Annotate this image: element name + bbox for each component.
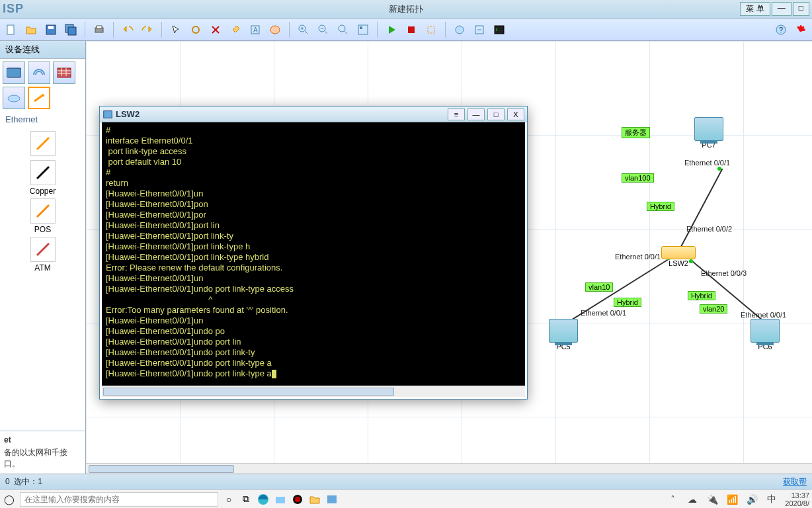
tray-clock[interactable]: 13:372020/8/ <box>785 491 809 507</box>
taskbar-search-input[interactable] <box>24 495 214 504</box>
terminal-body[interactable]: #interface Ethernet0/0/1 port link-type … <box>102 122 525 386</box>
desc-title: et <box>4 435 81 444</box>
zoom-in-icon[interactable] <box>296 22 311 37</box>
huawei-logo-icon[interactable] <box>793 22 808 37</box>
tray-volume-icon[interactable]: 🔊 <box>745 493 758 506</box>
open-icon[interactable] <box>24 22 38 37</box>
terminal-window[interactable]: LSW2 ≡ — □ X #interface Ethernet0/0/1 po… <box>99 106 528 400</box>
tag-vlan100[interactable]: vlan100 <box>622 173 654 183</box>
tray-ime-icon[interactable]: 中 <box>765 493 778 506</box>
svg-point-13 <box>339 25 345 32</box>
terminal-scrollbar[interactable] <box>102 386 525 397</box>
svg-rect-28 <box>58 68 71 77</box>
help-icon[interactable]: ? <box>774 22 788 37</box>
taskbar-search[interactable] <box>20 492 218 507</box>
svg-point-34 <box>295 497 300 502</box>
tag-vlan20[interactable]: vlan20 <box>700 304 727 314</box>
tray-wifi-icon[interactable]: 📶 <box>725 493 739 506</box>
tag-hybrid[interactable]: Hybrid <box>614 298 641 307</box>
layout-icon[interactable] <box>356 22 370 37</box>
connector-atm[interactable]: ATM <box>23 235 63 273</box>
node-lsw2[interactable]: LSW2 <box>661 246 696 267</box>
tag-hybrid[interactable]: Hybrid <box>688 291 715 300</box>
node-pc7[interactable]: PC7 <box>694 117 723 149</box>
svg-rect-27 <box>7 68 21 77</box>
app-icon[interactable] <box>274 493 287 506</box>
connector-copper[interactable]: Copper <box>23 159 63 196</box>
minimize-button[interactable]: — <box>772 2 792 16</box>
taskview-icon[interactable]: ⧉ <box>239 493 253 506</box>
new-icon[interactable] <box>4 22 19 37</box>
collapse-icon[interactable] <box>472 22 487 37</box>
device-router-icon[interactable] <box>3 62 25 84</box>
zoom-fit-icon[interactable] <box>336 22 350 37</box>
node-label: LSW2 <box>661 259 696 267</box>
edge-icon[interactable] <box>257 493 270 506</box>
node-pc6[interactable]: PC6 <box>751 319 780 351</box>
terminal-opts-button[interactable]: ≡ <box>448 108 465 120</box>
start-icon[interactable] <box>384 22 399 37</box>
connector-label: POS <box>23 225 63 234</box>
connector-pos[interactable]: POS <box>23 197 63 234</box>
terminal-icon[interactable] <box>492 22 507 37</box>
window-buttons: 菜 单 — □ <box>740 2 812 16</box>
device-firewall-icon[interactable] <box>53 62 75 84</box>
undo-icon[interactable] <box>120 22 135 37</box>
print-icon[interactable] <box>92 22 106 37</box>
svg-rect-20 <box>495 26 504 34</box>
app-title: 新建拓扑 <box>389 3 423 15</box>
tray-cloud-icon[interactable]: ☁ <box>686 493 699 506</box>
connector-auto[interactable] <box>23 130 63 157</box>
pointer-icon[interactable] <box>169 22 183 37</box>
device-palette <box>0 59 85 112</box>
stop-icon[interactable] <box>404 22 419 37</box>
svg-point-18 <box>456 26 464 34</box>
terminal-close-button[interactable]: X <box>507 108 524 120</box>
cortana-icon[interactable]: ◯ <box>3 493 16 506</box>
terminal-titlebar[interactable]: LSW2 ≡ — □ X <box>100 106 527 122</box>
maximize-button[interactable]: □ <box>793 2 809 16</box>
tag-vlan10[interactable]: vlan10 <box>585 282 613 292</box>
menu-button[interactable]: 菜 单 <box>740 2 770 16</box>
tag-hybrid[interactable]: Hybrid <box>647 202 674 211</box>
status-bar: 0 选中：1 获取帮 <box>0 474 812 489</box>
canvas-scrollbar[interactable] <box>86 463 812 474</box>
terminal-max-button[interactable]: □ <box>487 108 505 120</box>
record-icon[interactable] <box>291 493 304 506</box>
status-help-link[interactable]: 获取帮 <box>783 476 807 487</box>
capture-icon[interactable] <box>424 22 438 37</box>
sidebar: 设备连线 Ethernet Copper POS ATM et 备的以太网和千接… <box>0 41 86 474</box>
terminal-min-button[interactable]: — <box>467 108 485 120</box>
desc-body: 备的以太网和千接口。 <box>4 447 81 470</box>
svg-rect-6 <box>97 26 102 28</box>
tray-power-icon[interactable]: 🔌 <box>706 493 719 506</box>
ensp-icon[interactable] <box>325 493 339 506</box>
explorer-icon[interactable] <box>308 493 321 506</box>
sidebar-header: 设备连线 <box>0 41 85 59</box>
status-left: 0 选中：1 <box>5 476 42 487</box>
port-label: Ethernet 0/0/1 <box>684 159 730 167</box>
svg-rect-2 <box>48 26 54 29</box>
device-connection-icon[interactable] <box>28 87 50 109</box>
os-taskbar: ◯ ○ ⧉ ˄ ☁ 🔌 📶 🔊 中 13:372020/8/ <box>0 489 812 508</box>
svg-rect-4 <box>68 27 76 35</box>
cortana-circle-icon[interactable]: ○ <box>222 493 235 506</box>
text-icon[interactable]: A <box>248 22 263 37</box>
redo-icon[interactable] <box>140 22 155 37</box>
port-label: Ethernet 0/0/1 <box>581 309 626 317</box>
svg-text:A: A <box>253 26 258 34</box>
delete-icon[interactable] <box>208 22 223 37</box>
broom-icon[interactable] <box>228 22 243 37</box>
tag-server[interactable]: 服务器 <box>622 127 650 138</box>
save-all-icon[interactable] <box>63 22 78 37</box>
zoom-out-icon[interactable] <box>316 22 331 37</box>
device-wlan-icon[interactable] <box>28 62 50 84</box>
palette-icon[interactable] <box>268 22 282 37</box>
analyze-icon[interactable] <box>452 22 467 37</box>
port-dot-icon <box>717 167 721 171</box>
tray-up-icon[interactable]: ˄ <box>666 493 679 506</box>
pan-icon[interactable] <box>188 22 203 37</box>
save-icon[interactable] <box>44 22 58 37</box>
device-cloud-icon[interactable] <box>3 87 25 109</box>
node-pc5[interactable]: PC5 <box>549 319 578 351</box>
